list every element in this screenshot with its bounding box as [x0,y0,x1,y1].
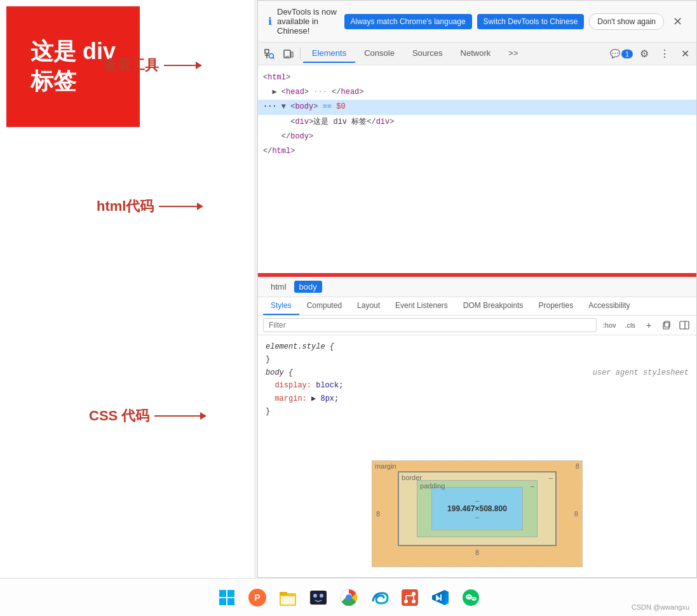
box-content: – 199.467×508.800 – [431,487,523,530]
html-line-3[interactable]: ··· ▼ <body> == $0 [258,100,696,114]
html-line-5: </body> [258,130,696,144]
margin-left: 8 [376,510,380,518]
taskbar: P [0,578,697,616]
svg-rect-15 [227,598,234,605]
css-code-label: CSS 代码 [89,406,149,425]
filter-row: :hov .cls + [258,316,696,335]
arrow-head [196,62,202,69]
vscode-icon[interactable] [428,585,453,610]
box-padding: padding – – 199.467×508.800 – [417,480,538,537]
notification-close-button[interactable]: ✕ [669,13,686,30]
annotation-html-code: html代码 [97,197,203,216]
annotation-inspect-tool: 查看工具 [103,56,202,75]
svg-rect-6 [291,52,293,57]
tab-sources[interactable]: Sources [403,44,452,63]
html-line-1: <html> [258,70,696,85]
cls-button[interactable]: .cls [623,320,639,330]
svg-rect-20 [281,596,295,605]
tab-network[interactable]: Network [452,44,500,63]
inspect-elements-icon[interactable] [261,45,278,63]
svg-point-39 [469,596,470,597]
svg-point-28 [404,599,408,603]
tab-elements[interactable]: Elements [303,44,355,63]
inspect-tool-label: 查看工具 [103,56,159,75]
toolbar-divider [300,48,301,60]
html-code-arrow [159,203,203,210]
settings-icon[interactable]: ⚙ [635,45,653,63]
svg-point-23 [320,594,323,598]
lower-panel: html body Styles Computed Layout Event L… [258,275,696,577]
styles-tab-properties[interactable]: Properties [531,297,581,315]
close-devtools-icon[interactable]: ✕ [676,45,694,63]
padding-value: – [531,482,534,490]
console-messages-button[interactable]: 💬 1 [610,49,633,58]
svg-point-22 [313,594,317,598]
toggle-sidebar-button[interactable] [677,318,691,332]
watermark: CSDN @wwangxu [632,603,689,611]
match-language-button[interactable]: Always match Chrome's language [344,14,472,29]
breadcrumb: html body [258,277,696,297]
chrome-icon[interactable] [336,585,362,610]
svg-point-37 [471,597,477,601]
border-value: – [549,474,553,481]
device-toggle-icon[interactable] [280,45,297,63]
margin-bottom-value: 8 [398,549,557,556]
margin-value-top: 8 [576,462,579,470]
styles-tab-event-listeners[interactable]: Event Listeners [388,297,456,315]
svg-point-30 [412,599,416,603]
tab-more[interactable]: >> [499,44,527,63]
svg-rect-14 [219,598,226,605]
svg-rect-13 [227,590,234,597]
css-body-display[interactable]: display: block; [266,379,689,392]
edge-icon[interactable] [367,585,392,610]
tab-console[interactable]: Console [355,44,403,63]
wechat-icon[interactable] [458,585,484,610]
hov-button[interactable]: :hov [600,320,619,330]
arrow-head-3 [200,412,206,420]
styles-tab-accessibility[interactable]: Accessibility [581,297,637,315]
svg-point-40 [472,598,473,599]
svg-text:P: P [254,593,260,603]
dont-show-again-button[interactable]: Don't show again [589,13,664,30]
svg-rect-10 [680,321,689,329]
file-explorer-icon[interactable] [275,585,301,610]
html-source-panel: <html> ▶ <head> ··· </head> ··· ▼ <body>… [258,65,696,275]
box-border: border – padding – – 199.467×508.800 – [398,471,557,546]
styles-tab-layout[interactable]: Layout [349,297,388,315]
copy-styles-button[interactable] [660,318,673,332]
content-bottom: – [447,513,507,521]
styles-tab-styles[interactable]: Styles [263,297,299,315]
task-manager-icon[interactable]: P [245,585,270,610]
svg-rect-21 [310,591,327,605]
arrow-line [164,65,196,66]
kitty-terminal-icon[interactable] [306,585,331,610]
styles-tab-dom-breakpoints[interactable]: DOM Breakpoints [456,297,531,315]
filter-input[interactable] [263,318,597,332]
html-code-label: html代码 [97,197,154,216]
styles-tab-computed[interactable]: Computed [299,297,349,315]
css-body-margin[interactable]: margin: ▶ 8px; [266,392,689,405]
svg-rect-27 [402,589,418,606]
html-line-4: <div>这是 div 标签</div> [258,115,696,130]
styles-tab-list: Styles Computed Layout Event Listeners D… [258,297,696,316]
add-style-rule-button[interactable]: + [642,318,656,332]
more-options-icon[interactable]: ⋮ [656,45,673,63]
breadcrumb-body[interactable]: body [294,281,322,293]
content-top: – [447,497,507,504]
box-margin: margin 8 8 8 border – padding – – 199.46… [372,460,583,567]
info-icon: ℹ [268,15,272,27]
svg-point-3 [269,53,274,58]
svg-point-38 [467,596,468,597]
breadcrumb-html[interactable]: html [266,281,292,293]
switch-to-chinese-button[interactable]: Switch DevTools to Chinese [477,14,585,29]
svg-rect-0 [265,50,269,53]
svg-rect-8 [663,323,669,329]
git-icon[interactable] [397,585,423,610]
css-rules-panel: element.style { } body {user agent style… [258,335,696,450]
svg-point-36 [466,594,472,599]
html-line-6: </html> [258,144,696,159]
toolbar-right: 💬 1 ⚙ ⋮ ✕ [610,45,694,63]
windows-start-button[interactable] [214,585,240,610]
css-element-style-close: } [266,353,689,366]
notification-bar: ℹ DevTools is now available in Chinese! … [258,1,696,43]
